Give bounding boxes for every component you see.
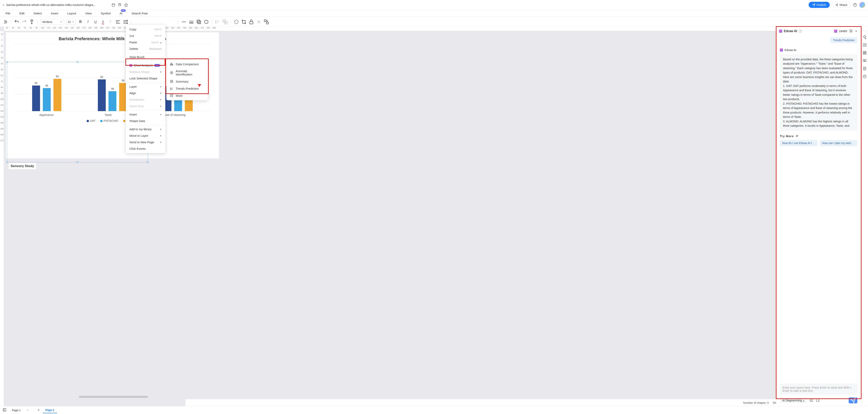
line-weight-icon[interactable] [189,19,194,25]
horizontal-scrollbar[interactable] [12,396,154,398]
user-avatar[interactable] [859,2,865,8]
history-tool-icon[interactable] [863,74,867,78]
ai-diagramming-button[interactable]: AI Diagramming ▲ [780,398,807,403]
help-icon[interactable] [853,3,857,7]
svg-point-3 [836,4,837,5]
align-left-icon[interactable] [115,19,121,25]
font-size-select[interactable]: 12▼ [66,19,76,25]
sub-summary[interactable]: Summary [166,78,208,85]
svg-point-22 [850,32,850,32]
ctx-style-brush[interactable]: Style Brush [126,54,165,60]
ctx-insert[interactable]: Insert▶ [126,111,165,118]
svg-point-23 [851,32,852,32]
file-name[interactable]: barista-preference-whole-milk-vs-alterna… [6,3,109,6]
menu-select[interactable]: Select [34,12,42,15]
publish-button[interactable]: Publish [809,2,830,8]
page-panel-icon[interactable] [3,408,6,412]
ctx-click-events[interactable]: Click Events [126,145,165,152]
svg-rect-12 [265,20,266,22]
bold-icon[interactable]: B [78,19,83,25]
format-painter-icon[interactable] [29,19,34,25]
group-icon[interactable] [222,19,228,25]
sub-more[interactable]: More [166,92,208,99]
page-tab-1[interactable]: Page-1 [42,407,57,413]
line-style-icon[interactable] [181,19,187,25]
ai-sparkle-icon[interactable] [234,19,239,25]
ctx-copy[interactable]: CopyCtrl+C [126,26,165,33]
align-objects-icon[interactable] [215,19,220,25]
refresh-icon[interactable]: ⟳ [796,134,799,138]
sub-anomaly[interactable]: Anomaly Identification [166,68,208,78]
sub-data-comparison[interactable]: Data Comparison [166,61,208,68]
crop-icon[interactable] [241,19,247,25]
underline-icon[interactable]: U [93,19,98,25]
ctx-chart-analysis[interactable]: Chart Analysishot ▶ [126,62,165,69]
send-button[interactable] [849,398,857,403]
close-icon[interactable]: ✕ [854,30,858,33]
attachment-icon[interactable] [809,398,813,403]
ctx-same-size: Same Size▶ [126,103,165,109]
ai-logo-icon [779,30,782,33]
fill-tool-icon[interactable] [863,35,867,39]
ctx-lock-selected[interactable]: Lock Selected Shape [126,75,165,81]
font-color-icon[interactable]: A [100,19,106,25]
user-query-chip: Trends Prediction [830,37,857,43]
external-link-icon[interactable] [118,3,122,7]
ctx-add-library[interactable]: Add to my library▶ [126,126,165,132]
menu-view[interactable]: View [85,12,92,15]
page-tool-icon[interactable] [863,67,867,71]
combine-icon[interactable] [264,19,269,25]
template-icon[interactable] [816,398,820,403]
svg-rect-7 [198,21,200,24]
svg-rect-28 [173,64,173,65]
ctx-paste[interactable]: PasteCtrl+V ▶ [126,39,165,45]
shadow-icon[interactable] [196,19,202,25]
suggestion-2[interactable]: How can I plan my weddi... [820,140,858,146]
svg-rect-8 [205,20,208,23]
page-dropdown[interactable]: Page-1▼ [9,408,35,413]
menu-layout[interactable]: Layout [67,12,76,15]
ctx-layer[interactable]: Layer▶ [126,83,165,90]
ctx-shape-data[interactable]: Shape Data [126,118,165,124]
menu-ai[interactable]: AIhot [120,12,123,15]
radius-icon[interactable] [204,19,209,25]
redo-icon[interactable] [22,19,27,25]
ruler-vertical: -100102030405060708090100110120130140150… [0,31,4,406]
svg-rect-26 [170,64,171,65]
add-page-button[interactable]: + [37,408,40,412]
status-num-shapes: Number of shapes: 5 [743,401,769,404]
tools-icon[interactable] [256,19,261,25]
svg-point-29 [170,71,173,74]
ai-input[interactable]: Enter your query here. Press Enter to se… [780,384,857,395]
open-window-icon[interactable] [112,3,115,7]
star-icon[interactable] [124,3,128,7]
lock-icon[interactable] [249,19,254,25]
suggestion-1[interactable]: How do I use Edraw AI fo... [780,140,817,146]
undo-icon[interactable] [14,19,20,25]
italic-icon[interactable]: I [85,19,91,25]
menu-search[interactable]: Search Feat [131,12,148,15]
hot-badge: hot [121,9,126,12]
ctx-cut[interactable]: CutCtrl+X [126,33,165,39]
expand-icon[interactable] [3,19,8,25]
grid-tool-icon[interactable] [863,51,867,55]
line-spacing-icon[interactable] [123,19,128,25]
export-tool-icon[interactable] [863,43,867,47]
back-icon[interactable]: ‹ [3,3,4,7]
ai-help-icon[interactable]: ? [799,30,802,33]
ctx-send-new-page[interactable]: Send to New Page▶ [126,139,165,145]
share-label: Share [839,3,847,6]
menu-file[interactable]: File [5,12,10,15]
menu-edit[interactable]: Edit [19,12,25,15]
ctx-align[interactable]: Align▶ [126,90,165,96]
present-tool-icon[interactable] [863,59,867,63]
font-select[interactable]: Verdana▼ [40,19,64,25]
menu-symbol[interactable]: Symbol [101,12,111,15]
ctx-move-layer[interactable]: Move to Layer▶ [126,132,165,139]
cart-icon[interactable] [849,29,852,33]
share-button[interactable]: Share [832,2,850,8]
text-effects-icon[interactable]: T [108,19,113,25]
ctx-delete[interactable]: DeleteBackspace [126,45,165,52]
svg-point-4 [837,5,838,6]
menu-insert[interactable]: Insert [51,12,58,15]
